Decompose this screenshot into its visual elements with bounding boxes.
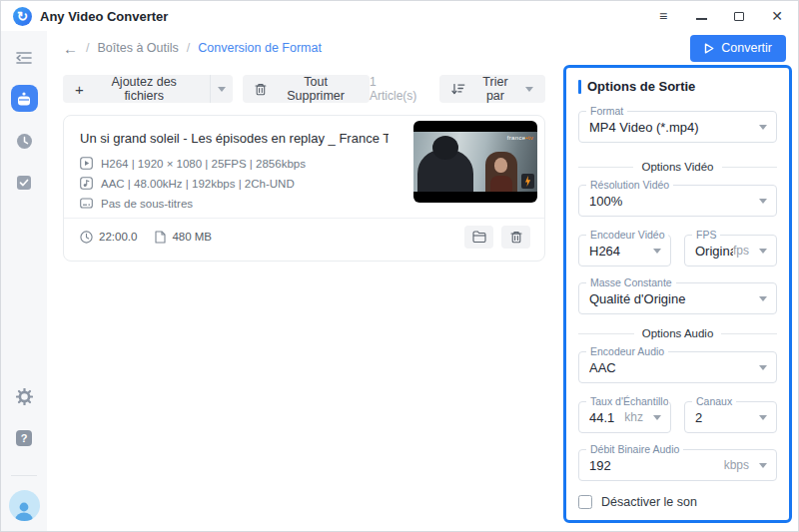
video-encoder-select[interactable]: Encodeur Vidéo H264 [578,235,671,266]
maximize-icon[interactable] [732,9,746,23]
format-value: MP4 Video (*.mp4) [589,120,759,135]
sample-rate-select[interactable]: Taux d'Échantillonn... 44.1 khz [578,401,671,433]
audio-bitrate-label: Débit Binaire Audio [586,443,683,455]
chevron-down-icon [759,415,767,420]
convert-button[interactable]: Convertir [690,35,786,62]
format-label: Format [586,105,627,117]
minimize-glyph [696,18,707,20]
sample-rate-label: Taux d'Échantillonn... [586,395,668,407]
trash-icon [510,231,522,244]
sidebar: ? [1,31,47,531]
open-folder-button[interactable] [464,226,493,249]
sort-button[interactable]: Trier par [439,75,545,103]
chevron-down-icon [653,415,661,420]
resolution-select[interactable]: Résolution Vidéo 100% [578,185,777,217]
thumbnail-figure-left [417,150,473,192]
user-avatar[interactable] [9,490,40,521]
audio-encoder-label: Encodeur Audio [586,345,668,357]
video-options-title: Options Vidéo [641,161,713,173]
mute-label: Désactiver le son [601,495,697,509]
app-logo-icon: ↻ [13,7,32,26]
card-actions [464,226,530,249]
channel-badge-text: france [507,135,525,141]
breadcrumb-toolbox[interactable]: Boîtes à Outils [97,41,178,55]
delete-item-button[interactable] [501,226,530,249]
back-arrow-icon[interactable]: ← [63,40,78,57]
breadcrumb-separator: / [187,41,190,55]
samplerate-channels-row: Taux d'Échantillonn... 44.1 khz Canaux 2 [578,401,777,433]
chevron-down-icon [525,87,533,92]
item-count: 1 Article(s) [370,75,425,103]
trash-icon [255,83,267,96]
bitrate-mode-label: Masse Constante [586,276,676,288]
audio-bitrate-select[interactable]: Débit Binaire Audio 192 kbps [578,449,777,481]
play-icon [704,43,714,54]
maximize-glyph [734,12,744,21]
sample-rate-unit: khz [624,410,643,424]
video-info: H264 | 1920 × 1080 | 25FPS | 2856kbps [101,158,306,170]
fps-select[interactable]: FPS Original fps [684,235,777,266]
window-controls: ≡ ✕ [656,9,784,23]
mute-checkbox-row[interactable]: Désactiver le son [578,495,777,509]
video-encoder-value: H264 [589,244,653,259]
help-glyph: ? [16,430,32,446]
channels-select[interactable]: Canaux 2 [684,401,777,433]
app-window: ↻ Any Video Converter ≡ ✕ [0,0,799,532]
channel-badge: france•tv [507,135,533,141]
subtitle-icon [80,197,93,210]
fps-unit: fps [733,244,749,258]
format-select[interactable]: Format MP4 Video (*.mp4) [578,111,777,143]
chevron-down-icon [759,296,767,301]
sample-rate-value: 44.1 [589,410,624,425]
breadcrumb-separator: / [86,41,89,55]
bitrate-mode-value: Qualité d'Origine [589,291,759,306]
size-item: 480 MB [155,231,212,244]
fps-value: Original [695,244,733,259]
video-encoder-label: Encodeur Vidéo [586,229,668,241]
add-files-button[interactable]: + Ajoutez des fichiers [63,75,210,103]
plus-icon: + [75,82,84,97]
settings-gear-icon[interactable] [9,381,39,411]
video-stream-icon [80,157,93,170]
channels-label: Canaux [692,395,736,407]
window-menu-icon[interactable]: ≡ [656,9,670,23]
audio-encoder-select[interactable]: Encodeur Audio AAC [578,351,777,383]
breadcrumb-current: Conversion de Format [198,41,322,55]
help-icon[interactable]: ? [9,423,39,453]
thumbnail-figure-right [485,152,517,192]
audio-options-divider: Options Audio [578,327,777,339]
add-files-split-button: + Ajoutez des fichiers [63,75,233,103]
lightning-icon [524,176,531,187]
audio-options-title: Options Audio [642,327,714,339]
video-options-divider: Options Vidéo [578,161,777,173]
resolution-value: 100% [589,194,759,209]
sidebar-divider [11,475,37,476]
sidebar-item-converter[interactable] [11,85,38,112]
minimize-icon[interactable] [694,9,708,23]
add-files-label: Ajoutez des fichiers [91,75,198,103]
file-title: Un si grand soleil - Les épisodes en rep… [80,131,389,146]
sidebar-collapse-icon[interactable] [9,43,39,73]
sidebar-item-history[interactable] [9,126,39,156]
titlebar: ↻ Any Video Converter ≡ ✕ [1,1,798,31]
fps-label: FPS [692,229,720,241]
bitrate-mode-select[interactable]: Masse Constante Qualité d'Origine [578,282,777,314]
chevron-down-icon [759,463,767,468]
audio-bitrate-unit: kbps [724,458,749,472]
resolution-label: Résolution Vidéo [586,179,673,191]
delete-all-button[interactable]: Tout Supprimer [243,75,370,103]
file-card: Un si grand soleil - Les épisodes en rep… [63,115,545,262]
panel-accent-bar [578,80,581,94]
close-icon[interactable]: ✕ [770,9,784,23]
sidebar-item-tasks[interactable] [9,168,39,198]
audio-encoder-value: AAC [589,360,759,375]
sort-icon [451,83,465,95]
add-files-dropdown-button[interactable] [210,75,234,103]
bolt-badge [521,174,534,189]
card-footer: 22:00.0 480 MB [80,219,530,255]
folder-icon [472,231,486,243]
convert-button-label: Convertir [721,41,772,55]
mute-checkbox[interactable] [578,495,592,509]
video-thumbnail[interactable]: france•tv [413,121,537,203]
chevron-down-icon [759,249,767,254]
